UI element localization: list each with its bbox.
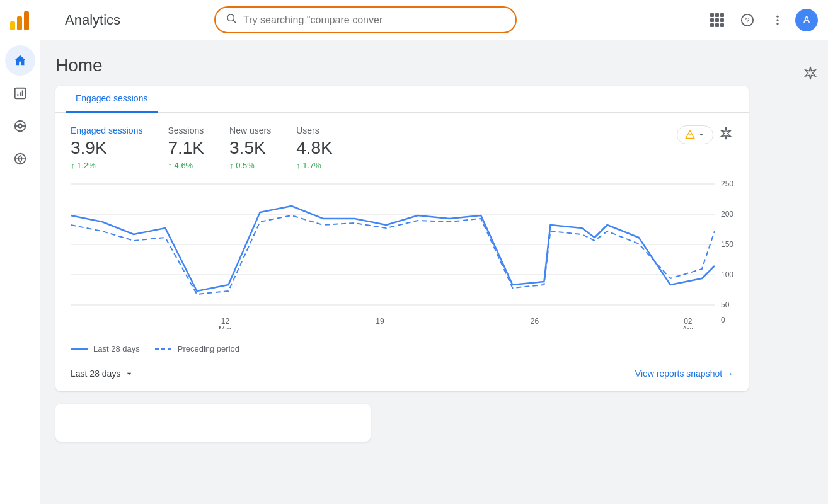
- svg-text:100: 100: [721, 270, 733, 279]
- legend-dashed: Preceding period: [155, 344, 239, 353]
- svg-text:150: 150: [721, 240, 733, 249]
- svg-rect-8: [17, 94, 18, 96]
- chart-legend: Last 28 days Preceding period: [55, 339, 749, 361]
- more-button[interactable]: [765, 8, 790, 33]
- metric-label-sessions[interactable]: Sessions: [168, 125, 204, 135]
- metric-value-new-users: 3.5K: [229, 138, 271, 158]
- legend-line-solid: [71, 348, 88, 350]
- avatar[interactable]: A: [795, 9, 818, 32]
- svg-point-6: [776, 23, 778, 25]
- legend-label-solid: Last 28 days: [93, 344, 140, 353]
- metrics-row: Engaged sessions 3.9K ↑ 1.2% Sessions 7.…: [55, 113, 749, 178]
- metric-change-engaged: ↑ 1.2%: [71, 161, 142, 170]
- logo-bar-3: [24, 11, 29, 30]
- metric-change-sessions: ↑ 4.6%: [168, 161, 204, 170]
- legend-line-dashed: [155, 348, 173, 350]
- search-icon: [226, 13, 237, 27]
- sidebar-item-home[interactable]: [5, 45, 35, 76]
- search-bar[interactable]: [214, 6, 517, 33]
- main-content: Home Engaged sessions Engaged sessions 3…: [40, 40, 828, 504]
- grid-button[interactable]: [704, 8, 730, 33]
- metric-sessions: Sessions 7.1K ↑ 4.6%: [168, 125, 204, 170]
- metric-engaged-sessions: Engaged sessions 3.9K ↑ 1.2%: [71, 125, 142, 170]
- metric-value-users: 4.8K: [296, 138, 333, 158]
- ai-insights-button[interactable]: [798, 60, 823, 86]
- grid-icon: [710, 13, 724, 27]
- svg-text:250: 250: [721, 180, 733, 188]
- svg-point-12: [18, 124, 22, 128]
- metric-change-users: ↑ 1.7%: [296, 161, 333, 170]
- page-title: Home: [55, 55, 813, 76]
- svg-text:0: 0: [721, 316, 725, 324]
- ai-sidebar: [793, 50, 828, 96]
- svg-text:200: 200: [721, 210, 733, 219]
- app-title: Analytics: [65, 12, 120, 28]
- app-header: Analytics ?: [0, 0, 828, 40]
- svg-text:?: ?: [745, 15, 749, 25]
- view-reports-link[interactable]: View reports snapshot →: [635, 369, 733, 379]
- second-card-stub: [55, 404, 371, 442]
- svg-text:26: 26: [531, 317, 539, 326]
- svg-point-18: [689, 137, 690, 137]
- metric-new-users: New users 3.5K ↑ 0.5%: [229, 125, 271, 170]
- metric-label-engaged[interactable]: Engaged sessions: [71, 125, 142, 135]
- svg-point-4: [776, 15, 778, 17]
- svg-line-1: [233, 20, 236, 23]
- card-tabs: Engaged sessions: [55, 86, 749, 113]
- date-range-button[interactable]: Last 28 days: [71, 369, 134, 379]
- logo-icon: [10, 10, 29, 30]
- svg-rect-9: [20, 92, 21, 96]
- line-chart: 250 200 150 100 50 0 12 Mar 19 26 02 Apr: [71, 178, 733, 329]
- svg-text:50: 50: [721, 301, 730, 309]
- svg-rect-10: [21, 90, 23, 96]
- sidebar-item-advertising[interactable]: [5, 144, 35, 174]
- logo-area: Analytics: [10, 10, 120, 30]
- metric-value-sessions: 7.1K: [168, 138, 204, 158]
- metric-actions: [677, 125, 733, 144]
- svg-text:02: 02: [684, 317, 693, 326]
- logo-bar-2: [17, 16, 22, 30]
- svg-point-5: [776, 19, 778, 21]
- main-card: Engaged sessions Engaged sessions 3.9K ↑…: [55, 86, 749, 391]
- metric-label-users[interactable]: Users: [296, 125, 333, 135]
- header-divider: [47, 10, 47, 30]
- metric-change-new-users: ↑ 0.5%: [229, 161, 271, 170]
- tab-engaged-sessions[interactable]: Engaged sessions: [66, 86, 158, 113]
- sparkle-button[interactable]: [718, 125, 733, 144]
- chart-area: 250 200 150 100 50 0 12 Mar 19 26 02 Apr: [55, 178, 749, 339]
- svg-text:Mar: Mar: [219, 325, 232, 329]
- date-range-label: Last 28 days: [71, 369, 120, 379]
- card-footer: Last 28 days View reports snapshot →: [55, 361, 749, 391]
- svg-text:19: 19: [376, 317, 384, 326]
- legend-label-dashed: Preceding period: [178, 344, 239, 353]
- sidebar-item-explore[interactable]: [5, 111, 35, 141]
- search-input[interactable]: [243, 14, 505, 26]
- logo-bar-1: [10, 21, 15, 30]
- header-actions: ? A: [704, 8, 818, 33]
- metric-users: Users 4.8K ↑ 1.7%: [296, 125, 333, 170]
- metric-value-engaged: 3.9K: [71, 138, 142, 158]
- sidebar: [0, 40, 40, 504]
- svg-text:12: 12: [221, 317, 230, 326]
- svg-text:Apr: Apr: [682, 325, 694, 329]
- alert-button[interactable]: [677, 125, 713, 144]
- sidebar-item-reports[interactable]: [5, 78, 35, 108]
- legend-solid: Last 28 days: [71, 344, 140, 353]
- help-button[interactable]: ?: [735, 8, 760, 33]
- metric-label-new-users[interactable]: New users: [229, 125, 271, 135]
